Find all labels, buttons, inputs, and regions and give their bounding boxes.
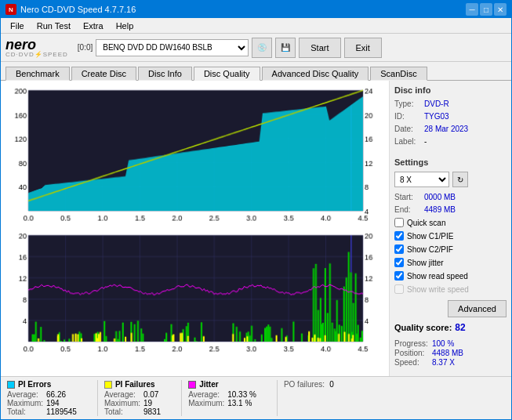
quick-scan-label: Quick scan (407, 219, 445, 227)
pi-errors-avg: Average: 66.26 (7, 390, 77, 399)
id-value: TYG03 (424, 112, 449, 121)
toolbar: nero CD·DVD⚡SPEED [0:0] BENQ DVD DD DW16… (1, 34, 511, 62)
menu-help[interactable]: Help (110, 20, 140, 32)
menu-file[interactable]: File (4, 20, 31, 32)
right-panel: Disc info Type: DVD-R ID: TYG03 Date: 28… (390, 81, 511, 376)
show-c1pie-checkbox[interactable] (394, 231, 404, 241)
start-mb-row: Start: 0000 MB (394, 193, 507, 201)
tab-scan-disc[interactable]: ScanDisc (370, 67, 427, 81)
main-window: N Nero CD-DVD Speed 4.7.7.16 ─ □ ✕ File … (0, 0, 512, 420)
pi-errors-max: Maximum: 194 (7, 399, 77, 407)
po-failures-row: PO failures: 0 (284, 380, 334, 389)
id-row: ID: TYG03 (394, 112, 507, 121)
type-row: Type: DVD-R (394, 100, 507, 108)
progress-value: 100 % (432, 339, 454, 348)
nero-brand: nero (5, 38, 68, 52)
disc-label-value: - (424, 137, 427, 146)
pi-errors-total: Total: 1189545 (7, 407, 77, 416)
disc-icon-button[interactable]: 💿 (252, 38, 272, 58)
refresh-button[interactable]: ↻ (452, 172, 468, 187)
nero-logo: nero CD·DVD⚡SPEED (5, 38, 68, 58)
speed-value: 8.37 X (432, 358, 455, 367)
start-button[interactable]: Start (299, 38, 340, 58)
label-row: Label: - (394, 137, 507, 146)
pi-failures-total: Total: 9831 (104, 407, 161, 416)
end-mb-row: End: 4489 MB (394, 205, 507, 214)
date-value: 28 Mar 2023 (424, 125, 468, 133)
jitter-avg: Average: 10.33 % (188, 390, 256, 399)
advanced-button[interactable]: Advanced (448, 300, 507, 317)
show-c1pie-label: Show C1/PIE (407, 232, 453, 241)
pi-failures-max: Maximum: 19 (104, 399, 161, 407)
jitter-max-value: 13.1 % (227, 399, 252, 407)
id-label: ID: (394, 112, 424, 121)
quality-value: 82 (455, 322, 465, 333)
title-bar: N Nero CD-DVD Speed 4.7.7.16 ─ □ ✕ (1, 1, 511, 18)
chart1-canvas (4, 84, 386, 230)
pi-errors-header: PI Errors (7, 380, 77, 389)
show-read-speed-checkbox[interactable] (394, 271, 404, 281)
date-label: Date: (394, 125, 424, 133)
drive-selector: [0:0] BENQ DVD DD DW1640 BSLB (78, 39, 249, 56)
jitter-group: Jitter Average: 10.33 % Maximum: 13.1 % (188, 380, 256, 416)
exit-button[interactable]: Exit (344, 38, 382, 58)
show-jitter-checkbox[interactable] (394, 258, 404, 267)
pi-failures-max-label: Maximum: (104, 399, 142, 407)
speed-combo[interactable]: 8 X (394, 172, 449, 187)
drive-combo[interactable]: BENQ DVD DD DW1640 BSLB (96, 39, 249, 56)
show-c1pie-row: Show C1/PIE (394, 231, 507, 241)
jitter-header: Jitter (188, 380, 256, 389)
separator1 (97, 380, 98, 416)
menu-extra[interactable]: Extra (77, 20, 110, 32)
stats-bar: PI Errors Average: 66.26 Maximum: 194 To… (1, 376, 511, 419)
po-failures-group: PO failures: 0 (284, 380, 334, 416)
tab-disc-quality[interactable]: Disc Quality (194, 67, 260, 81)
tab-disc-info[interactable]: Disc Info (138, 67, 192, 81)
quality-score-row: Quality score: 82 (394, 322, 507, 333)
position-label: Position: (394, 349, 432, 357)
tab-advanced-disc-quality[interactable]: Advanced Disc Quality (262, 67, 369, 81)
jitter-avg-value: 10.33 % (227, 390, 256, 399)
show-c2pif-label: Show C2/PIF (407, 245, 453, 254)
pi-failures-legend (104, 381, 112, 389)
speed-label: Speed: (394, 358, 432, 367)
progress-section: Progress: 100 % Position: 4488 MB Speed:… (394, 339, 507, 368)
start-value: 0000 MB (424, 193, 456, 201)
menu-run-test[interactable]: Run Test (31, 20, 77, 32)
minimize-button[interactable]: ─ (466, 3, 478, 16)
settings-title: Settings (394, 158, 507, 167)
position-value: 4488 MB (432, 349, 463, 357)
pi-failures-avg-label: Average: (104, 390, 142, 399)
save-button[interactable]: 💾 (275, 38, 296, 58)
progress-label: Progress: (394, 339, 432, 348)
pi-errors-avg-value: 66.26 (46, 390, 66, 399)
content-area: Disc info Type: DVD-R ID: TYG03 Date: 28… (1, 81, 511, 376)
tab-bar: Benchmark Create Disc Disc Info Disc Qua… (1, 62, 511, 81)
separator2 (181, 380, 182, 416)
jitter-legend (188, 381, 196, 389)
pi-failures-total-value: 9831 (143, 407, 161, 416)
tab-benchmark[interactable]: Benchmark (5, 67, 70, 81)
pi-errors-max-label: Maximum: (7, 399, 45, 407)
tab-create-disc[interactable]: Create Disc (71, 67, 136, 81)
po-failures-value: 0 (329, 380, 334, 389)
menu-bar: File Run Test Extra Help (1, 18, 511, 34)
show-read-speed-label: Show read speed (407, 272, 468, 281)
disc-info-title: Disc info (394, 85, 507, 95)
maximize-button[interactable]: □ (480, 3, 492, 16)
show-write-speed-checkbox[interactable] (394, 284, 404, 294)
show-c2pif-checkbox[interactable] (394, 244, 404, 254)
disc-label-label: Label: (394, 137, 424, 146)
show-write-speed-row: Show write speed (394, 284, 507, 294)
pi-failures-avg: Average: 0.07 (104, 390, 161, 399)
pi-errors-max-value: 194 (46, 399, 60, 407)
pi-failures-avg-value: 0.07 (143, 390, 158, 399)
pi-failures-total-label: Total: (104, 407, 142, 416)
pi-failures-title: PI Failures (115, 380, 155, 389)
quick-scan-checkbox[interactable] (394, 218, 404, 227)
type-label: Type: (394, 100, 424, 108)
jitter-avg-label: Average: (188, 390, 226, 399)
close-button[interactable]: ✕ (494, 3, 507, 16)
show-c2pif-row: Show C2/PIF (394, 244, 507, 254)
window-title: Nero CD-DVD Speed 4.7.7.16 (20, 5, 466, 14)
